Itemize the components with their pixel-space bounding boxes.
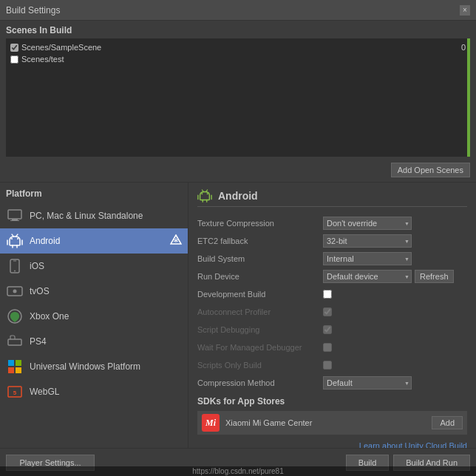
svg-rect-2	[10, 220, 19, 221]
script-debugging-control	[323, 325, 467, 334]
xiaomi-icon: Mi	[202, 414, 220, 432]
platform-label-uwp: Universal Windows Platform	[30, 361, 140, 372]
android-icon	[6, 232, 24, 250]
scene-2-checkbox[interactable]	[10, 55, 18, 64]
texture-compression-select-wrapper: Don't override	[323, 217, 412, 230]
platform-item-uwp[interactable]: Universal Windows Platform	[0, 354, 188, 379]
svg-point-16	[14, 271, 16, 272]
compression-method-control: Default	[323, 376, 467, 390]
compression-method-select[interactable]: Default	[323, 376, 412, 390]
run-device-select-wrapper: Default device	[323, 270, 412, 283]
scripts-only-build-control	[323, 361, 467, 370]
script-debugging-checkbox[interactable]	[323, 325, 332, 334]
build-system-select-wrapper: Internal	[323, 252, 412, 265]
panel-android-icon	[197, 188, 212, 203]
wait-debugger-control	[323, 343, 467, 352]
etc2-fallback-control: 32-bit	[323, 234, 467, 248]
development-build-row: Development Build	[197, 287, 467, 302]
platform-label-ps4: PS4	[30, 336, 47, 347]
scene-index: 0	[461, 43, 466, 52]
svg-rect-22	[8, 360, 14, 366]
close-button[interactable]: ×	[460, 5, 470, 16]
svg-point-4	[17, 238, 18, 239]
platform-item-xboxone[interactable]: Xbox One	[0, 304, 188, 329]
scripts-only-build-label: Scripts Only Build	[197, 361, 323, 370]
scripts-only-build-row: Scripts Only Build	[197, 358, 467, 373]
platform-section-title: Platform	[0, 186, 188, 203]
run-device-control: Default device Refresh	[323, 270, 467, 283]
build-system-label: Build System	[197, 254, 323, 263]
platform-item-webgl[interactable]: 5 WebGL	[0, 379, 188, 404]
title-bar: Build Settings ×	[0, 0, 476, 21]
svg-rect-1	[12, 219, 18, 220]
svg-rect-21	[8, 339, 21, 345]
etc2-fallback-select[interactable]: 32-bit	[323, 234, 412, 248]
platform-item-ios[interactable]: iOS	[0, 254, 188, 279]
tvos-icon	[6, 282, 24, 300]
sdks-title: SDKs for App Stores	[197, 396, 467, 407]
pc-icon	[6, 207, 24, 225]
scene-1-checkbox[interactable]	[10, 44, 18, 52]
scripts-only-build-checkbox[interactable]	[323, 361, 332, 370]
texture-compression-control: Don't override	[323, 217, 467, 230]
wait-debugger-row: Wait For Managed Debugger	[197, 340, 467, 355]
scenes-title: Scenes In Build	[6, 25, 470, 35]
etc2-fallback-select-wrapper: 32-bit	[323, 234, 412, 248]
development-build-label: Development Build	[197, 290, 323, 299]
texture-compression-label: Texture Compression	[197, 219, 323, 228]
run-device-row: Run Device Default device Refresh	[197, 269, 467, 284]
add-open-scenes-button[interactable]: Add Open Scenes	[391, 163, 470, 177]
build-system-row: Build System Internal	[197, 251, 467, 266]
autoconnect-profiler-checkbox[interactable]	[323, 307, 332, 316]
scene-1-name: Scenes/SampleScene	[21, 43, 101, 52]
autoconnect-profiler-label: Autoconnect Profiler	[197, 307, 323, 316]
platform-label-webgl: WebGL	[30, 387, 59, 397]
scenes-list: Scenes/SampleScene Scenes/test 0	[6, 38, 470, 157]
panel-platform-title: Android	[218, 190, 258, 202]
texture-compression-select[interactable]: Don't override	[323, 217, 412, 230]
script-debugging-row: Script Debugging	[197, 322, 467, 337]
svg-point-19	[13, 290, 17, 293]
watermark: https://blog.csdn.net/pure81	[0, 466, 476, 476]
scene-item-1: Scenes/SampleScene	[9, 41, 467, 53]
development-build-checkbox[interactable]	[323, 290, 332, 299]
platform-item-ps4[interactable]: PS4	[0, 329, 188, 354]
add-sdk-button[interactable]: Add	[432, 416, 463, 429]
svg-rect-24	[8, 367, 14, 373]
build-system-control: Internal	[323, 252, 467, 265]
build-options: Texture Compression Don't override ETC2 …	[197, 216, 467, 390]
platform-item-android[interactable]: Android	[0, 228, 188, 254]
build-system-select[interactable]: Internal	[323, 252, 412, 265]
scene-item-2: Scenes/test	[9, 53, 467, 65]
xbox-icon	[6, 307, 24, 325]
platform-item-tvos[interactable]: tvOS	[0, 279, 188, 304]
etc2-fallback-label: ETC2 fallback	[197, 237, 323, 245]
wait-debugger-label: Wait For Managed Debugger	[197, 343, 323, 352]
run-device-label: Run Device	[197, 272, 323, 281]
compression-method-row: Compression Method Default	[197, 375, 467, 390]
run-device-select[interactable]: Default device	[323, 270, 412, 283]
platform-label-xboxone: Xbox One	[30, 311, 69, 322]
wait-debugger-checkbox[interactable]	[323, 343, 332, 352]
green-accent-bar	[467, 38, 470, 157]
refresh-button[interactable]: Refresh	[415, 270, 454, 283]
svg-rect-0	[8, 210, 21, 219]
window-title: Build Settings	[6, 5, 60, 16]
right-panel: Android Texture Compression Don't overri…	[188, 183, 476, 462]
uwp-icon	[6, 358, 24, 375]
autoconnect-profiler-control	[323, 307, 467, 316]
platform-label-android: Android	[30, 236, 60, 246]
texture-compression-row: Texture Compression Don't override	[197, 216, 467, 231]
compression-method-select-wrapper: Default	[323, 376, 412, 390]
svg-point-29	[207, 193, 208, 194]
compression-method-label: Compression Method	[197, 378, 323, 387]
svg-point-3	[11, 238, 13, 239]
ios-icon	[6, 257, 24, 275]
unity-logo-icon	[170, 234, 182, 248]
svg-point-28	[201, 193, 203, 194]
platform-sidebar: Platform PC, Mac & Linux Standalone	[0, 183, 188, 462]
etc2-fallback-row: ETC2 fallback 32-bit	[197, 234, 467, 248]
sdk-row-xiaomi: Mi Xiaomi Mi Game Center Add	[197, 411, 467, 435]
scenes-section: Scenes In Build Scenes/SampleScene Scene…	[0, 21, 476, 183]
platform-item-pc[interactable]: PC, Mac & Linux Standalone	[0, 203, 188, 228]
